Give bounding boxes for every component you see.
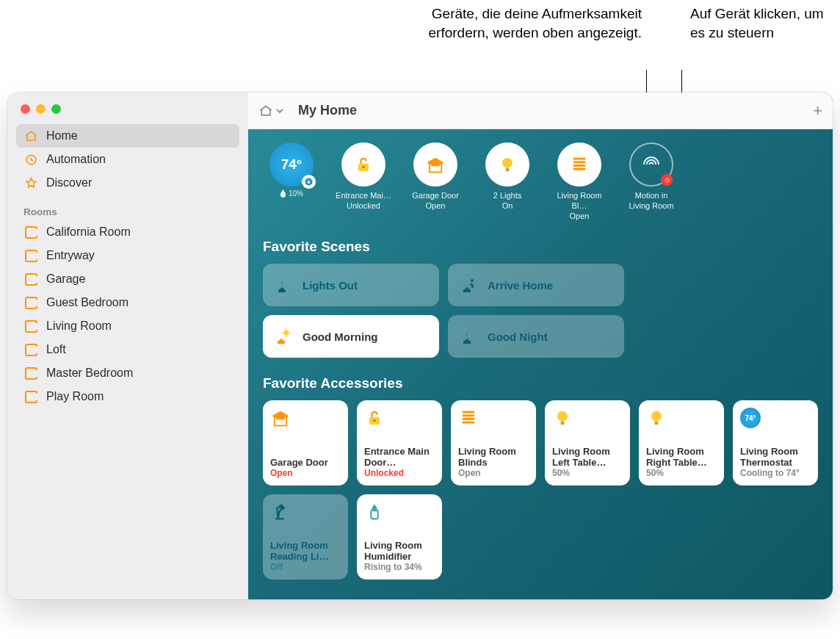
- sidebar-room-item[interactable]: Entryway: [16, 244, 239, 267]
- moon-house-icon: [275, 275, 294, 295]
- svg-point-28: [651, 411, 662, 422]
- home-picker[interactable]: [258, 104, 283, 118]
- accessories-header: Favorite Accessories: [263, 375, 818, 391]
- accessory-tile[interactable]: Living Room Left Table…50%: [545, 400, 630, 485]
- status-lock-open[interactable]: Entrance Mai…Unlocked: [335, 142, 392, 221]
- scene-good-night[interactable]: Good Night: [448, 315, 624, 358]
- scenes-header: Favorite Scenes: [263, 239, 818, 255]
- status-garage-open[interactable]: Garage DoorOpen: [407, 142, 464, 221]
- sidebar-room-item[interactable]: Living Room: [16, 314, 239, 338]
- room-icon: [23, 295, 38, 310]
- accessory-tile[interactable]: Living Room Right Table…50%: [639, 400, 724, 485]
- sidebar-item-label: Play Room: [46, 390, 104, 403]
- status-climate[interactable]: 74° 10%: [263, 142, 320, 221]
- add-button[interactable]: +: [813, 101, 822, 120]
- accessory-name: Living Room Right Table…: [646, 446, 717, 469]
- accessory-name: Living Room Blinds: [458, 446, 529, 469]
- room-icon: [23, 248, 38, 263]
- svg-point-26: [557, 411, 568, 422]
- desk-lamp-icon: [270, 502, 341, 524]
- accessory-status: Rising to 34%: [364, 562, 435, 572]
- accessory-status: Open: [270, 468, 341, 478]
- svg-rect-24: [463, 418, 474, 420]
- accessory-status: Open: [458, 468, 529, 478]
- room-icon: [23, 319, 38, 333]
- scene-label: Lights Out: [303, 279, 358, 292]
- bulb-icon: [646, 408, 717, 430]
- alert-badge: [661, 174, 673, 186]
- scene-label: Arrive Home: [488, 279, 553, 292]
- accessory-name: Living Room Left Table…: [552, 446, 623, 469]
- sidebar-item-label: Garage: [46, 272, 85, 286]
- thermostat-icon: 74°: [740, 408, 811, 430]
- humidity-sub: 10%: [280, 189, 303, 198]
- scene-label: Good Morning: [303, 331, 377, 343]
- svg-rect-7: [506, 168, 510, 172]
- sidebar-item-label: Master Bedroom: [46, 367, 133, 380]
- accessory-name: Living Room Reading Li…: [270, 540, 341, 563]
- zoom-button[interactable]: [51, 104, 61, 114]
- svg-point-13: [284, 331, 289, 336]
- accessory-status: Cooling to 74°: [740, 468, 811, 478]
- svg-rect-11: [573, 168, 585, 170]
- sidebar-item-discover[interactable]: Discover: [16, 171, 239, 195]
- status-label: Entrance Mai…Unlocked: [336, 191, 391, 212]
- accessory-tile[interactable]: Living Room BlindsOpen: [451, 400, 536, 485]
- status-motion[interactable]: Motion inLiving Room: [623, 142, 680, 221]
- sidebar-room-item[interactable]: California Room: [16, 220, 239, 244]
- accessory-tile[interactable]: 74°Living Room ThermostatCooling to 74°: [733, 400, 818, 485]
- accessory-tile[interactable]: Entrance Main Door…Unlocked: [357, 400, 442, 485]
- accessory-tile[interactable]: Living Room Reading Li…Off: [263, 494, 348, 580]
- accessory-status: 50%: [646, 468, 717, 478]
- status-blinds[interactable]: Living Room Bl…Open: [551, 142, 608, 221]
- sidebar-room-item[interactable]: Garage: [16, 267, 239, 291]
- person-house-icon: [460, 275, 479, 295]
- accessory-name: Living Room Thermostat: [740, 446, 811, 469]
- room-icon: [23, 389, 38, 404]
- accessory-status: Off: [270, 562, 341, 572]
- scene-label: Good Night: [488, 331, 548, 343]
- minimize-button[interactable]: [36, 104, 46, 114]
- room-icon: [23, 272, 38, 286]
- sidebar-section-rooms: Rooms: [7, 195, 248, 220]
- accessory-tile[interactable]: Living Room HumidifierRising to 34%: [357, 494, 442, 580]
- callout-control-text: Auf Gerät klicken, um es zu steuern: [690, 4, 837, 42]
- close-button[interactable]: [21, 104, 30, 114]
- status-bulb[interactable]: 2 LightsOn: [479, 142, 536, 221]
- sidebar-item-label: Living Room: [46, 320, 112, 333]
- app-window: HomeAutomationDiscover Rooms California …: [7, 93, 833, 599]
- status-label: 2 LightsOn: [493, 191, 522, 212]
- scene-lights-out[interactable]: Lights Out: [263, 264, 439, 306]
- sidebar-item-label: California Room: [46, 225, 131, 239]
- svg-point-3: [362, 166, 364, 168]
- sidebar-room-item[interactable]: Guest Bedroom: [16, 291, 239, 314]
- motion-icon: [640, 154, 662, 176]
- accessory-status: Unlocked: [364, 468, 435, 478]
- svg-rect-9: [573, 161, 585, 163]
- svg-rect-10: [573, 165, 585, 167]
- status-label: Living Room Bl…Open: [551, 191, 608, 221]
- sidebar-item-automation[interactable]: Automation: [16, 148, 239, 171]
- svg-rect-27: [561, 422, 565, 425]
- sun-house-icon: [275, 327, 294, 346]
- garage-open-icon: [270, 408, 341, 430]
- sidebar-item-label: Automation: [46, 153, 106, 166]
- sidebar-room-item[interactable]: Loft: [16, 338, 239, 361]
- temp-down-icon: [302, 175, 316, 189]
- sidebar-item-home[interactable]: Home: [16, 124, 239, 148]
- scene-good-morning[interactable]: Good Morning: [263, 315, 439, 358]
- sidebar-room-item[interactable]: Master Bedroom: [16, 361, 239, 385]
- temp-value: 74°: [281, 156, 303, 173]
- scene-arrive-home[interactable]: Arrive Home: [448, 264, 624, 306]
- sidebar-room-item[interactable]: Play Room: [16, 385, 239, 408]
- sidebar-item-label: Entryway: [46, 249, 95, 262]
- accessory-tile[interactable]: Garage DoorOpen: [263, 400, 348, 485]
- svg-rect-8: [573, 158, 585, 160]
- svg-rect-25: [463, 422, 474, 424]
- accessory-name: Garage Door: [270, 457, 341, 468]
- room-icon: [23, 342, 38, 357]
- svg-point-12: [471, 279, 474, 282]
- main-area: My Home + 74° 10%: [248, 93, 833, 599]
- toolbar: My Home +: [248, 93, 833, 129]
- callout-attention-text: Geräte, die deine Aufmerksamkeit erforde…: [392, 4, 642, 42]
